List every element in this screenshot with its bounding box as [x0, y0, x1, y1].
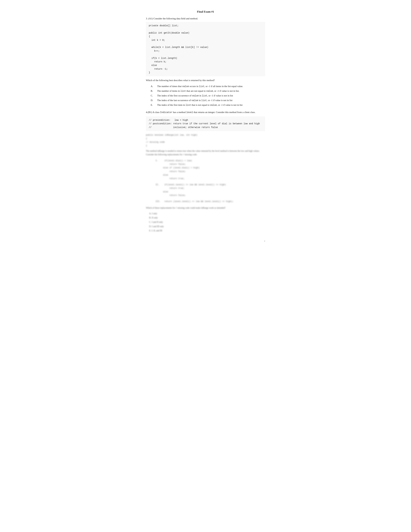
question4-blurred-prompt: The method inRange is needed to return t… — [146, 149, 265, 157]
list-item: A. The number of times that value occurs… — [151, 85, 265, 88]
page-number: 2 — [146, 239, 265, 243]
question4-blurred-option-II: II. if(level.level() >= low && level.lev… — [156, 183, 265, 197]
question3-prompt: Which of the following best describes wh… — [146, 78, 265, 82]
list-item: B. The number of items in list that are … — [151, 89, 265, 93]
question4-blurred-question: Which of these replacements for // missi… — [146, 206, 265, 210]
list-item: C. The index of the first occurrence of … — [151, 94, 265, 97]
option-letter-e: E. — [151, 103, 157, 107]
option-letter-b: B. — [151, 89, 157, 93]
option-letter-d: D. — [151, 98, 157, 102]
question3-code: private double[] list; public int getIt(… — [146, 22, 265, 76]
list-item: E. The index of the first item in list t… — [151, 103, 265, 107]
option-letter-a: A. — [151, 85, 157, 88]
option-letter-c: C. — [151, 94, 157, 97]
question4-blurred-signature: public boolean inRange(int low, int high… — [146, 133, 265, 148]
question3-label: 3. (A1) Consider the following data fiel… — [146, 17, 265, 20]
question4-code-comments: // precondition: low < high // postcondi… — [146, 116, 265, 131]
question4-label: 4.(B1) A class Indicator has a method le… — [146, 110, 265, 114]
question4-blurred-option-III: III. return (level.level() >= low && lev… — [156, 200, 265, 203]
page-title: Final Exam #1 — [146, 10, 265, 14]
option-text-c: The index of the first occurrence of val… — [157, 94, 265, 97]
list-item: D. The index of the last occurrence of v… — [151, 98, 265, 102]
question3-options: A. The number of times that value occurs… — [151, 85, 265, 107]
question4-blurred-option-I: I. if(level.dial() < low) return false; … — [156, 159, 265, 180]
option-text-e: The index of the first item in list that… — [157, 103, 265, 107]
option-text-a: The number of times that value occurs in… — [157, 85, 265, 88]
question4-blurred-answers: A. I only B. II only C. I and II only D.… — [149, 211, 265, 233]
option-text-d: The index of the last occurrence of valu… — [157, 98, 265, 102]
option-text-b: The number of items in list that are not… — [157, 89, 265, 93]
